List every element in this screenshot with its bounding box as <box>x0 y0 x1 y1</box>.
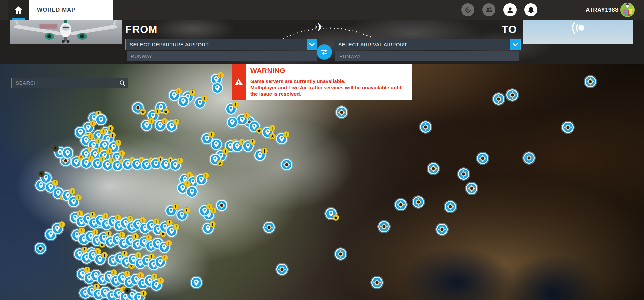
search-button[interactable] <box>117 80 128 86</box>
map-marker-airstrip[interactable] <box>396 200 406 209</box>
map-marker-airport[interactable]: ! <box>160 243 169 252</box>
map-marker-airport[interactable]: ! <box>200 206 209 215</box>
map-marker-airstrip[interactable] <box>494 94 503 104</box>
friends-button[interactable] <box>482 3 495 16</box>
exclaim-badge: ! <box>90 120 96 127</box>
map-marker-airport[interactable]: ! <box>177 210 187 220</box>
map-marker-airport[interactable]: ! <box>123 160 132 169</box>
star-badge: ★ <box>163 108 169 115</box>
map-marker-airport[interactable]: ! <box>237 115 247 124</box>
map-marker-airport[interactable]: ! <box>142 160 151 169</box>
map-marker-airport[interactable]: ! <box>167 226 176 236</box>
profile-button[interactable] <box>503 3 517 16</box>
map-marker-airport[interactable]: ! <box>142 121 151 130</box>
map-marker-airport[interactable]: ! <box>134 293 144 300</box>
map-marker-airport[interactable]: !★ <box>263 128 272 137</box>
map-marker-airstrip[interactable] <box>282 160 291 169</box>
departure-select-chevron-button[interactable] <box>307 39 317 50</box>
tab-world-map[interactable]: WORLD MAP <box>29 0 113 20</box>
map-marker-airstrip[interactable] <box>467 184 476 193</box>
arrival-airport-select[interactable]: SELECT ARRIVAL AIRPORT <box>334 39 521 50</box>
map-marker-airstrip[interactable] <box>586 77 595 86</box>
map-marker-airport[interactable]: ! <box>202 134 212 143</box>
map-marker-airport[interactable]: ! <box>170 91 179 100</box>
search-input[interactable] <box>12 80 117 86</box>
map-marker-airport[interactable]: ! <box>113 161 122 170</box>
map-marker-airport[interactable] <box>192 278 201 287</box>
map-marker-airstrip[interactable] <box>459 169 468 179</box>
map-marker-airstrip[interactable] <box>421 122 430 132</box>
map-marker-airport[interactable]: ! <box>132 160 142 169</box>
map-marker-airport[interactable]: ✈ <box>41 173 51 183</box>
map-marker-airport[interactable]: ! <box>53 224 62 233</box>
map-marker-airport[interactable]: ★ <box>54 188 63 198</box>
active-tab-underline <box>12 18 25 20</box>
map-marker-airport[interactable]: ! <box>226 104 236 114</box>
map-marker-airport[interactable] <box>187 187 197 197</box>
map-marker-airport[interactable]: ! <box>167 121 176 131</box>
map-marker-airport[interactable] <box>63 148 72 158</box>
map-marker-airport[interactable]: ! <box>178 183 187 193</box>
map-marker-airstrip[interactable] <box>437 225 447 234</box>
map-marker-airport[interactable]: ! <box>152 280 161 290</box>
weather-radar-button[interactable] <box>461 3 474 16</box>
map-marker-airport[interactable]: ! <box>195 98 205 108</box>
map-marker-airport[interactable]: ★ <box>250 122 259 131</box>
map-marker-airstrip[interactable] <box>372 278 382 287</box>
map-marker-airport[interactable]: ! <box>103 160 112 170</box>
map-marker-airport[interactable]: ! <box>93 159 102 168</box>
swap-from-to-button[interactable] <box>317 44 332 60</box>
map-marker-airstrip[interactable] <box>446 202 455 211</box>
map-marker-airstrip[interactable] <box>429 164 438 173</box>
exclaim-badge: ! <box>115 214 121 221</box>
map-marker-airport[interactable]: ! <box>69 197 78 206</box>
map-marker-airport[interactable]: ! <box>156 257 165 267</box>
avatar[interactable] <box>620 3 635 17</box>
map-marker-airstrip[interactable] <box>36 244 45 253</box>
map-marker-airport[interactable]: ! <box>255 151 265 160</box>
map-marker-airport[interactable]: ! <box>156 121 165 130</box>
map-marker-airstrip[interactable] <box>563 123 573 132</box>
crosshair-icon <box>421 122 430 132</box>
map-marker-airport[interactable] <box>213 83 222 93</box>
map-marker-airport[interactable]: ! <box>151 159 161 168</box>
map-marker-airport[interactable]: ! <box>212 75 221 84</box>
map-marker-airport[interactable]: ! <box>203 224 213 233</box>
notifications-button[interactable] <box>524 3 537 16</box>
map-marker-airstrip[interactable] <box>337 108 346 117</box>
departure-airport-select[interactable]: SELECT DEPARTURE AIRPORT <box>125 39 317 50</box>
map-marker-airport[interactable]: ★ <box>326 209 336 218</box>
map-marker-airstrip[interactable] <box>524 153 534 163</box>
map-marker-airstrip[interactable] <box>379 222 389 231</box>
map-marker-airstrip[interactable] <box>507 90 517 100</box>
map-marker-airport[interactable]: ! <box>197 175 206 184</box>
map-marker-airport[interactable]: ! <box>95 255 105 264</box>
map-marker-airstrip[interactable] <box>217 201 226 210</box>
map-marker-airstrip[interactable]: ★ <box>133 103 143 113</box>
map-marker-airport[interactable] <box>212 140 221 149</box>
map-marker-airport[interactable]: ! <box>277 134 286 143</box>
arrival-runway-field[interactable]: RUNWAY <box>335 51 519 61</box>
map-marker-airport[interactable]: ! <box>166 206 176 215</box>
arrival-select-chevron-button[interactable] <box>510 39 520 50</box>
map-marker-airstrip[interactable] <box>478 154 487 163</box>
map-marker-airstrip[interactable] <box>414 197 423 207</box>
crosshair-icon <box>563 123 573 132</box>
home-button[interactable] <box>8 0 29 20</box>
map-marker-airport[interactable]: ★ <box>211 155 220 164</box>
map-marker-airport[interactable]: ! <box>243 141 253 151</box>
map-marker-airstrip[interactable] <box>264 223 274 232</box>
map-marker-airport[interactable] <box>228 118 237 127</box>
map-marker-airport[interactable]: ! <box>233 142 242 151</box>
map-marker-airport[interactable]: ! <box>72 157 81 167</box>
map-marker-airport[interactable]: ! <box>171 160 180 170</box>
departure-runway-field[interactable]: RUNWAY <box>127 51 317 61</box>
map-marker-airstrip[interactable] <box>277 265 287 274</box>
map-marker-airport[interactable]: ! <box>82 158 91 168</box>
map-marker-airport[interactable]: ! <box>161 160 171 169</box>
crosshair-icon <box>586 77 595 86</box>
map-marker-airport[interactable] <box>179 97 188 106</box>
map-marker-airstrip[interactable] <box>336 249 345 259</box>
map-marker-airport[interactable] <box>96 115 106 124</box>
crosshair-icon <box>217 201 226 210</box>
